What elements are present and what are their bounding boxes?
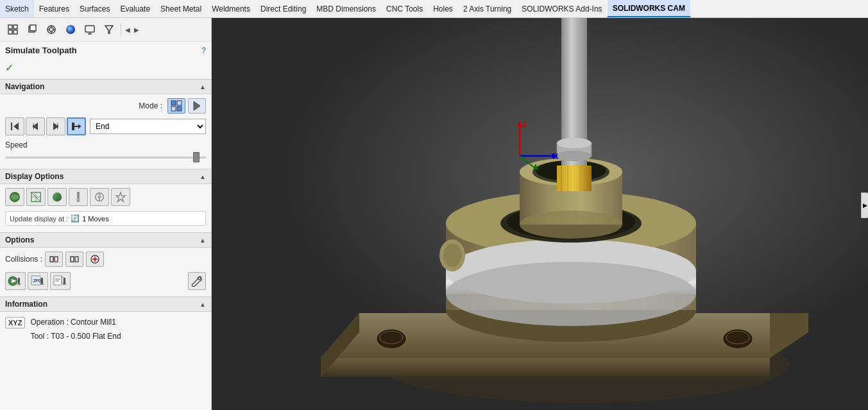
target-icon[interactable] bbox=[42, 21, 60, 38]
grid-icon[interactable] bbox=[4, 21, 22, 38]
menu-item-weldments[interactable]: Weldments bbox=[207, 0, 255, 17]
information-section-title: Information bbox=[5, 300, 47, 309]
update-display-row: Update display at : 🔄 1 Moves bbox=[5, 211, 206, 226]
tool-display-btn[interactable] bbox=[69, 188, 88, 206]
toolbar-row: ◀ ▶ bbox=[0, 18, 211, 42]
star-display-btn[interactable] bbox=[111, 188, 130, 206]
confirm-checkmark[interactable]: ✓ bbox=[0, 59, 211, 76]
wrench-button[interactable] bbox=[188, 272, 206, 290]
svg-marker-23 bbox=[13, 123, 19, 130]
mode-btn-arrow[interactable] bbox=[188, 98, 206, 114]
svg-point-37 bbox=[53, 192, 62, 201]
svg-point-7 bbox=[49, 28, 53, 31]
nav-left-arrow[interactable]: ◀ bbox=[124, 25, 132, 35]
svg-point-42 bbox=[98, 195, 101, 198]
svg-rect-66 bbox=[63, 284, 66, 285]
svg-marker-16 bbox=[105, 26, 113, 33]
svg-rect-67 bbox=[64, 278, 65, 284]
viewport[interactable]: Z X bbox=[212, 18, 868, 410]
svg-point-103 bbox=[520, 210, 622, 239]
menu-item-holes[interactable]: Holes bbox=[428, 0, 458, 17]
svg-rect-19 bbox=[171, 107, 176, 111]
display-options-section-header[interactable]: Display Options ▲ bbox=[0, 169, 211, 184]
svg-rect-3 bbox=[13, 30, 17, 34]
update-icon: 🔄 bbox=[71, 214, 80, 223]
display-btn-row bbox=[5, 188, 206, 206]
color-icon[interactable] bbox=[62, 21, 80, 38]
menu-item-features[interactable]: Features bbox=[34, 0, 74, 17]
menu-item-sketch[interactable]: Sketch bbox=[0, 0, 34, 17]
menu-item-cnctools[interactable]: CNC Tools bbox=[381, 0, 428, 17]
video-save-btn[interactable] bbox=[5, 272, 26, 290]
panel-title: Simulate Toolpath bbox=[5, 46, 77, 55]
tool-label: Tool : bbox=[30, 332, 51, 341]
options-file-row: JPG bbox=[5, 272, 206, 290]
playback-first-button[interactable] bbox=[5, 117, 24, 135]
wire-display-btn[interactable] bbox=[26, 188, 46, 206]
svg-rect-28 bbox=[72, 123, 74, 130]
monitor-icon[interactable] bbox=[81, 21, 99, 38]
svg-point-112 bbox=[557, 151, 591, 161]
svg-rect-62 bbox=[54, 276, 62, 285]
menu-item-2axisturning[interactable]: 2 Axis Turning bbox=[458, 0, 516, 17]
svg-rect-1 bbox=[13, 25, 17, 29]
options-section: Collisions : JPG bbox=[0, 248, 211, 294]
menu-item-directediting[interactable]: Direct Editing bbox=[255, 0, 311, 17]
svg-rect-46 bbox=[50, 257, 53, 262]
export-save-btn[interactable] bbox=[50, 272, 71, 290]
playback-step-button[interactable] bbox=[67, 117, 86, 135]
svg-text:JPG: JPG bbox=[33, 278, 42, 283]
speed-thumb[interactable] bbox=[193, 152, 200, 162]
main-area: ◀ ▶ Simulate Toolpath ? ✓ Navigation ▲ M… bbox=[0, 18, 868, 410]
panel-header: Simulate Toolpath ? bbox=[0, 42, 211, 59]
svg-rect-20 bbox=[177, 107, 182, 111]
svg-point-32 bbox=[10, 194, 19, 199]
information-section-header[interactable]: Information ▲ bbox=[0, 296, 211, 312]
svg-rect-56 bbox=[18, 278, 20, 284]
svg-rect-13 bbox=[85, 26, 94, 32]
menu-item-mbddimensions[interactable]: MBD Dimensions bbox=[311, 0, 381, 17]
xyz-badge: XYZ bbox=[5, 317, 25, 329]
menu-item-evaluate[interactable]: Evaluate bbox=[115, 0, 155, 17]
collision-btn-3[interactable] bbox=[86, 252, 104, 267]
playback-next-button[interactable] bbox=[46, 117, 65, 135]
mode-btn-grid[interactable] bbox=[167, 98, 185, 114]
svg-rect-5 bbox=[30, 25, 36, 31]
update-value: 1 Moves bbox=[82, 215, 109, 223]
left-panel: ◀ ▶ Simulate Toolpath ? ✓ Navigation ▲ M… bbox=[0, 18, 212, 410]
solid-display-btn[interactable] bbox=[5, 188, 24, 206]
svg-point-12 bbox=[66, 25, 75, 34]
mode-label: Mode : bbox=[139, 101, 162, 110]
display-options-title: Display Options bbox=[5, 172, 64, 181]
tool-value: T03 - 0.500 Flat End bbox=[51, 332, 121, 341]
collision-btn-2[interactable] bbox=[65, 252, 83, 267]
jpg-save-btn[interactable]: JPG bbox=[28, 272, 48, 290]
filter-icon[interactable] bbox=[100, 21, 118, 38]
holder-display-btn[interactable] bbox=[90, 188, 109, 206]
copy-icon[interactable] bbox=[23, 21, 41, 38]
help-button[interactable]: ? bbox=[201, 46, 206, 55]
playback-prev-button[interactable] bbox=[26, 117, 45, 135]
display-options-section: Update display at : 🔄 1 Moves bbox=[0, 184, 211, 230]
svg-marker-45 bbox=[116, 192, 125, 201]
svg-rect-22 bbox=[11, 123, 12, 130]
navigation-section: Mode : bbox=[0, 94, 211, 166]
menu-item-sheetmetal[interactable]: Sheet Metal bbox=[155, 0, 207, 17]
end-select[interactable]: End bbox=[90, 119, 206, 134]
options-section-header[interactable]: Options ▲ bbox=[0, 232, 211, 248]
navigation-section-header[interactable]: Navigation ▲ bbox=[0, 79, 211, 94]
navigation-section-title: Navigation bbox=[5, 82, 44, 91]
menu-item-swaddins[interactable]: SOLIDWORKS Add-Ins bbox=[516, 0, 607, 17]
svg-marker-25 bbox=[33, 123, 34, 130]
svg-rect-0 bbox=[8, 25, 12, 29]
menu-bar: Sketch Features Surfaces Evaluate Sheet … bbox=[0, 0, 868, 18]
svg-point-76 bbox=[724, 330, 752, 348]
svg-marker-21 bbox=[194, 101, 200, 110]
menu-item-swcam[interactable]: SOLIDWORKS CAM bbox=[608, 0, 690, 17]
menu-item-surfaces[interactable]: Surfaces bbox=[74, 0, 115, 17]
nav-right-arrow[interactable]: ▶ bbox=[133, 25, 140, 35]
collision-btn-1[interactable] bbox=[45, 252, 63, 267]
shaded-display-btn[interactable] bbox=[47, 188, 67, 206]
speed-slider[interactable] bbox=[5, 152, 206, 162]
svg-rect-49 bbox=[71, 257, 74, 262]
